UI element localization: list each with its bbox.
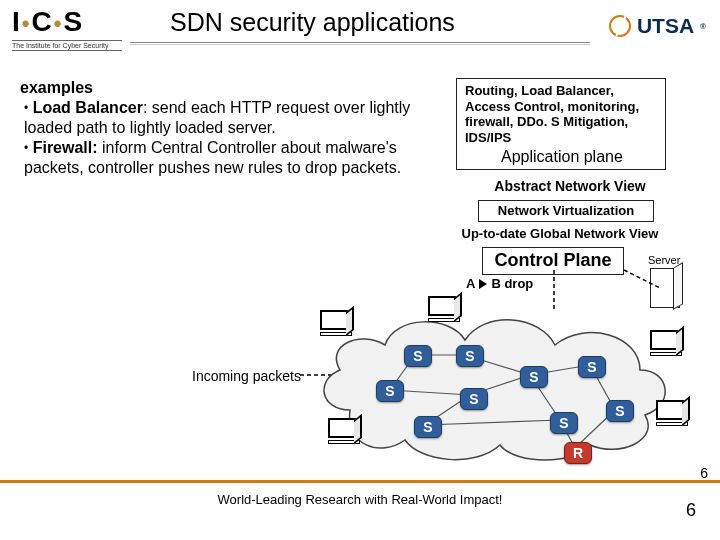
host-icon (328, 418, 364, 446)
arrow-right-icon (479, 279, 487, 289)
switch-node: S (404, 345, 432, 367)
switch-node: S (578, 356, 606, 378)
abstract-view-label: Abstract Network View (470, 178, 670, 194)
bullet-1-lead: Load Balancer (33, 99, 143, 116)
header: I•C•S The Institute for Cyber Security S… (0, 0, 720, 62)
svg-line-12 (425, 420, 560, 425)
switch-node: S (550, 412, 578, 434)
control-plane-box: Control Plane (482, 247, 624, 275)
appbox-line3: firewall, DDo. S Mitigation, (465, 114, 628, 129)
appbox-line4: IDS/IPS (465, 130, 511, 145)
switch-node: S (414, 416, 442, 438)
footer-text: World-Leading Research with Real-World I… (0, 492, 720, 507)
host-icon (656, 400, 692, 428)
host-icon (428, 296, 464, 324)
host-icon (320, 310, 356, 338)
appbox-line1: Routing, Load Balancer, (465, 83, 614, 98)
page-number-small: 6 (700, 465, 708, 481)
router-node: R (564, 442, 592, 464)
logo-utsa: UTSA® (609, 14, 706, 38)
ics-subtitle: The Institute for Cyber Security (12, 40, 122, 51)
appbox-line2: Access Control, monitoring, (465, 99, 639, 114)
bullet-1: • Load Balancer: send each HTTP request … (24, 98, 440, 138)
incoming-packets-label: Incoming packets (192, 368, 301, 384)
switch-node: S (460, 388, 488, 410)
switch-node: S (606, 400, 634, 422)
logo-ics: I•C•S The Institute for Cyber Security (12, 6, 122, 51)
network-cloud (310, 300, 690, 460)
network-virtualization-box: Network Virtualization (478, 200, 654, 222)
utsa-registered: ® (700, 22, 706, 31)
switch-node: S (456, 345, 484, 367)
application-plane-box: Routing, Load Balancer, Access Control, … (456, 78, 666, 170)
slide-title: SDN security applications (170, 8, 455, 37)
switch-node: S (520, 366, 548, 388)
footer-rule (0, 480, 720, 483)
bullet-2: • Firewall: inform Central Controller ab… (24, 138, 440, 178)
body-text: examples • Load Balancer: send each HTTP… (20, 78, 440, 178)
bullet-2-lead: Firewall: (33, 139, 98, 156)
examples-heading: examples (20, 78, 440, 98)
utsa-text: UTSA (637, 14, 694, 38)
cloud-links (310, 300, 690, 470)
title-rule (130, 42, 590, 45)
abdrop-b: B drop (491, 276, 533, 291)
page-number-large: 6 (686, 500, 696, 521)
ab-drop-label: A B drop (466, 276, 533, 291)
appbox-plane-label: Application plane (465, 147, 657, 166)
utsa-emblem-icon (609, 15, 631, 37)
uptodate-label: Up-to-date Global Network View (446, 226, 674, 241)
abdrop-a: A (466, 276, 475, 291)
switch-node: S (376, 380, 404, 402)
server-label: Server (648, 254, 680, 266)
host-icon (650, 330, 686, 358)
